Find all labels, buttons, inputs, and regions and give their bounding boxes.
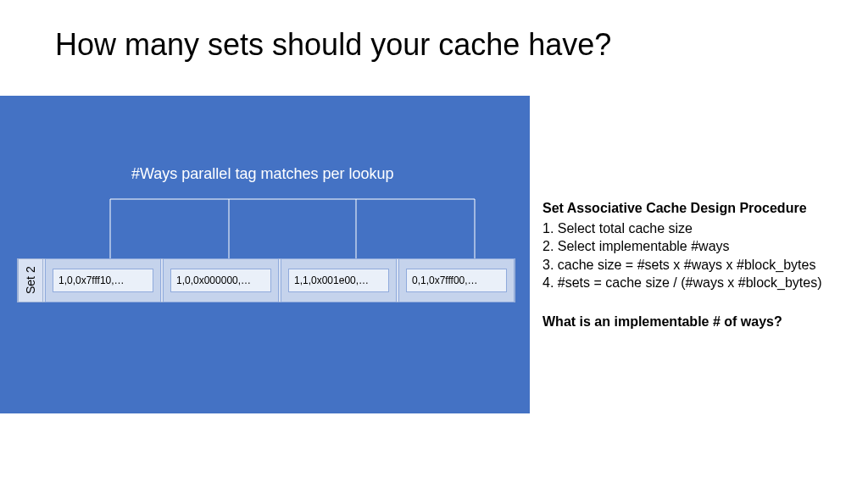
way-box-0: 1,0,0x7fff10,… [45,258,161,302]
set-label: Set 2 [18,258,43,302]
list-item: cache size = #sets x #ways x #block_byte… [542,256,856,274]
question-text: What is an implementable # of ways? [542,313,856,331]
way-inner: 1,0,0x7fff10,… [53,269,153,292]
way-box-1: 1,0,0x000000,… [163,258,279,302]
way-inner: 0,1,0x7fff00,… [406,269,507,292]
list-item: #sets = cache size / (#ways x #block_byt… [542,274,856,292]
way-inner: 1,1,0x001e00,… [288,269,389,292]
ways-caption: #Ways parallel tag matches per lookup [131,165,394,183]
slide-title: How many sets should your cache have? [55,27,611,63]
way-box-2: 1,1,0x001e00,… [281,258,397,302]
side-content: Set Associative Cache Design Procedure S… [542,199,856,331]
list-item: Select total cache size [542,219,856,238]
list-item: Select implementable #ways [542,237,856,256]
procedure-list: Select total cache size Select implement… [542,219,856,292]
set-row: Set 2 1,0,0x7fff10,… 1,0,0x000000,… 1,1,… [17,258,515,302]
way-box-3: 0,1,0x7fff00,… [398,258,515,302]
procedure-heading: Set Associative Cache Design Procedure [542,199,856,218]
way-inner: 1,0,0x000000,… [170,269,271,292]
